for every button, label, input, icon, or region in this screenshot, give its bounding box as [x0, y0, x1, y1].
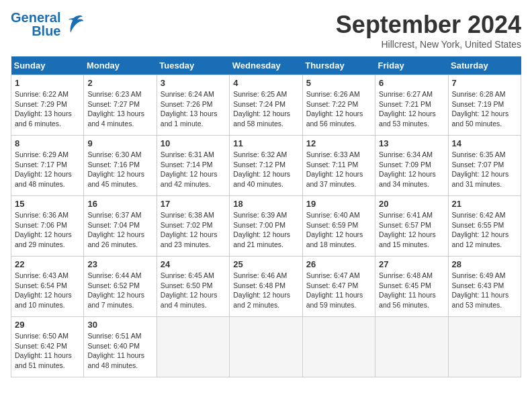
- sunset-label: Sunset: 6:43 PM: [452, 281, 504, 289]
- sunset-label: Sunset: 6:52 PM: [87, 281, 140, 289]
- daylight-label: Daylight: 12 hours and 10 minutes.: [15, 291, 72, 309]
- calendar-week-row: 29 Sunrise: 6:50 AM Sunset: 6:42 PM Dayl…: [11, 317, 521, 377]
- daylight-label: Daylight: 12 hours and 4 minutes.: [161, 291, 218, 309]
- day-number: 6: [379, 78, 444, 88]
- day-number: 13: [379, 138, 444, 148]
- cell-content: Sunrise: 6:49 AM Sunset: 6:43 PM Dayligh…: [452, 271, 517, 310]
- sunset-label: Sunset: 7:16 PM: [87, 161, 140, 169]
- calendar-cell: [448, 317, 521, 377]
- calendar-cell: 22 Sunrise: 6:43 AM Sunset: 6:54 PM Dayl…: [11, 257, 84, 317]
- header-wednesday: Wednesday: [230, 56, 302, 75]
- sunset-label: Sunset: 6:57 PM: [379, 221, 431, 229]
- day-number: 29: [15, 320, 80, 330]
- calendar-cell: 24 Sunrise: 6:45 AM Sunset: 6:50 PM Dayl…: [157, 257, 229, 317]
- calendar-cell: 23 Sunrise: 6:44 AM Sunset: 6:52 PM Dayl…: [84, 257, 157, 317]
- daylight-label: Daylight: 12 hours and 40 minutes.: [233, 170, 290, 188]
- calendar-cell: 25 Sunrise: 6:46 AM Sunset: 6:48 PM Dayl…: [230, 257, 302, 317]
- calendar-cell: 27 Sunrise: 6:48 AM Sunset: 6:45 PM Dayl…: [375, 257, 448, 317]
- header-monday: Monday: [84, 56, 157, 75]
- cell-content: Sunrise: 6:45 AM Sunset: 6:50 PM Dayligh…: [161, 271, 226, 310]
- sunset-label: Sunset: 6:54 PM: [15, 281, 67, 289]
- sunset-label: Sunset: 7:04 PM: [87, 221, 140, 229]
- sunrise-label: Sunrise: 6:35 AM: [452, 150, 506, 158]
- cell-content: Sunrise: 6:23 AM Sunset: 7:27 PM Dayligh…: [87, 89, 152, 129]
- day-number: 11: [233, 138, 298, 148]
- cell-content: Sunrise: 6:33 AM Sunset: 7:11 PM Dayligh…: [306, 150, 371, 189]
- daylight-label: Daylight: 12 hours and 29 minutes.: [15, 230, 72, 248]
- cell-content: Sunrise: 6:46 AM Sunset: 6:48 PM Dayligh…: [233, 271, 298, 310]
- calendar-cell: 12 Sunrise: 6:33 AM Sunset: 7:11 PM Dayl…: [302, 136, 375, 196]
- day-number: 26: [306, 259, 371, 269]
- sunset-label: Sunset: 7:17 PM: [15, 161, 67, 169]
- month-title: September 2024: [336, 11, 521, 39]
- day-number: 15: [15, 199, 80, 209]
- daylight-label: Daylight: 11 hours and 53 minutes.: [452, 291, 509, 309]
- daylight-label: Daylight: 11 hours and 48 minutes.: [87, 351, 144, 369]
- daylight-label: Daylight: 12 hours and 2 minutes.: [233, 291, 290, 309]
- sunrise-label: Sunrise: 6:27 AM: [379, 90, 433, 98]
- cell-content: Sunrise: 6:30 AM Sunset: 7:16 PM Dayligh…: [87, 150, 152, 189]
- cell-content: Sunrise: 6:44 AM Sunset: 6:52 PM Dayligh…: [87, 271, 152, 310]
- cell-content: Sunrise: 6:36 AM Sunset: 7:06 PM Dayligh…: [15, 210, 80, 250]
- daylight-label: Daylight: 12 hours and 18 minutes.: [306, 230, 363, 248]
- cell-content: Sunrise: 6:35 AM Sunset: 7:07 PM Dayligh…: [452, 150, 517, 189]
- cell-content: Sunrise: 6:50 AM Sunset: 6:42 PM Dayligh…: [15, 331, 80, 371]
- day-number: 19: [306, 199, 371, 209]
- cell-content: Sunrise: 6:47 AM Sunset: 6:47 PM Dayligh…: [306, 271, 371, 310]
- sunset-label: Sunset: 6:50 PM: [161, 281, 213, 289]
- cell-content: Sunrise: 6:38 AM Sunset: 7:02 PM Dayligh…: [161, 210, 226, 250]
- calendar-cell: [157, 317, 229, 377]
- sunrise-label: Sunrise: 6:48 AM: [379, 271, 433, 279]
- day-number: 4: [233, 78, 298, 88]
- sunrise-label: Sunrise: 6:51 AM: [87, 332, 141, 340]
- calendar-cell: 7 Sunrise: 6:28 AM Sunset: 7:19 PM Dayli…: [448, 75, 521, 136]
- calendar-cell: [375, 317, 448, 377]
- sunrise-label: Sunrise: 6:25 AM: [233, 90, 287, 98]
- sunset-label: Sunset: 6:48 PM: [233, 281, 285, 289]
- sunset-label: Sunset: 7:06 PM: [15, 221, 67, 229]
- day-number: 8: [15, 138, 80, 148]
- daylight-label: Daylight: 12 hours and 31 minutes.: [452, 170, 509, 188]
- sunrise-label: Sunrise: 6:40 AM: [306, 211, 360, 219]
- daylight-label: Daylight: 12 hours and 12 minutes.: [452, 230, 509, 248]
- title-section: September 2024 Hillcrest, New York, Unit…: [336, 11, 521, 50]
- daylight-label: Daylight: 12 hours and 48 minutes.: [15, 170, 72, 188]
- sunset-label: Sunset: 6:55 PM: [452, 221, 504, 229]
- header-thursday: Thursday: [302, 56, 375, 75]
- calendar-week-row: 22 Sunrise: 6:43 AM Sunset: 6:54 PM Dayl…: [11, 257, 521, 317]
- cell-content: Sunrise: 6:39 AM Sunset: 7:00 PM Dayligh…: [233, 210, 298, 250]
- cell-content: Sunrise: 6:26 AM Sunset: 7:22 PM Dayligh…: [306, 89, 371, 129]
- day-number: 3: [161, 78, 226, 88]
- calendar-table: SundayMondayTuesdayWednesdayThursdayFrid…: [11, 56, 521, 377]
- day-number: 14: [452, 138, 517, 148]
- sunset-label: Sunset: 7:27 PM: [87, 100, 140, 108]
- sunrise-label: Sunrise: 6:39 AM: [233, 211, 287, 219]
- sunset-label: Sunset: 7:11 PM: [306, 161, 359, 169]
- sunset-label: Sunset: 7:21 PM: [379, 100, 431, 108]
- day-number: 16: [87, 199, 152, 209]
- day-number: 27: [379, 259, 444, 269]
- daylight-label: Daylight: 12 hours and 53 minutes.: [379, 109, 436, 128]
- cell-content: Sunrise: 6:48 AM Sunset: 6:45 PM Dayligh…: [379, 271, 444, 310]
- day-number: 12: [306, 138, 371, 148]
- day-number: 23: [87, 259, 152, 269]
- sunset-label: Sunset: 7:29 PM: [15, 100, 67, 108]
- sunrise-label: Sunrise: 6:23 AM: [87, 90, 141, 98]
- calendar-cell: 21 Sunrise: 6:42 AM Sunset: 6:55 PM Dayl…: [448, 196, 521, 257]
- day-number: 20: [379, 199, 444, 209]
- calendar-cell: 9 Sunrise: 6:30 AM Sunset: 7:16 PM Dayli…: [84, 136, 157, 196]
- sunrise-label: Sunrise: 6:28 AM: [452, 90, 506, 98]
- location: Hillcrest, New York, United States: [336, 39, 521, 50]
- logo-bird-icon: [63, 13, 85, 35]
- sunrise-label: Sunrise: 6:47 AM: [306, 271, 360, 279]
- sunrise-label: Sunrise: 6:43 AM: [15, 271, 69, 279]
- cell-content: Sunrise: 6:28 AM Sunset: 7:19 PM Dayligh…: [452, 89, 517, 129]
- cell-content: Sunrise: 6:25 AM Sunset: 7:24 PM Dayligh…: [233, 89, 298, 129]
- sunrise-label: Sunrise: 6:26 AM: [306, 90, 360, 98]
- cell-content: Sunrise: 6:41 AM Sunset: 6:57 PM Dayligh…: [379, 210, 444, 250]
- calendar-cell: 26 Sunrise: 6:47 AM Sunset: 6:47 PM Dayl…: [302, 257, 375, 317]
- cell-content: Sunrise: 6:43 AM Sunset: 6:54 PM Dayligh…: [15, 271, 80, 310]
- cell-content: Sunrise: 6:29 AM Sunset: 7:17 PM Dayligh…: [15, 150, 80, 189]
- daylight-label: Daylight: 12 hours and 26 minutes.: [87, 230, 144, 248]
- calendar-cell: 2 Sunrise: 6:23 AM Sunset: 7:27 PM Dayli…: [84, 75, 157, 136]
